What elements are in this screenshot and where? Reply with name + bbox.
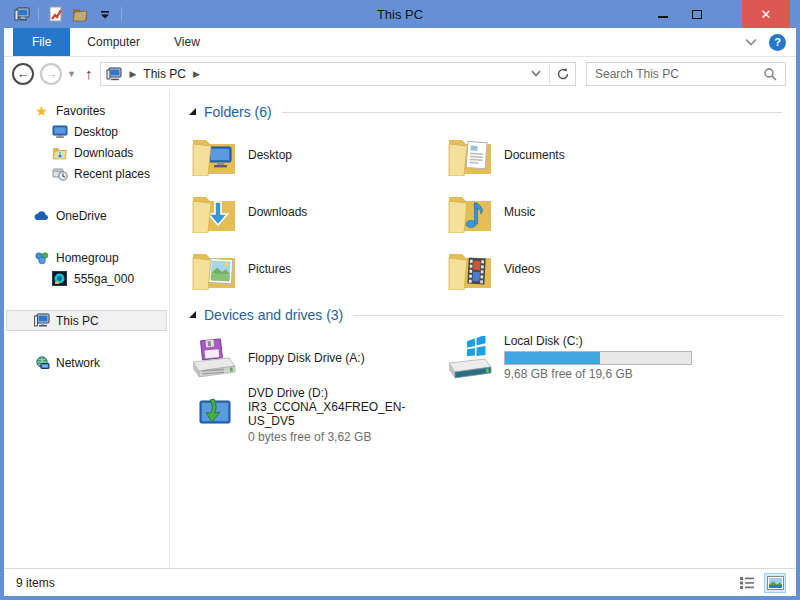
sidebar-item-downloads[interactable]: Downloads (4, 142, 169, 163)
sidebar-item-network[interactable]: Network (4, 352, 169, 373)
dvd-volume-label: IR3_CCONA_X64FREO_EN-US_DV5 (248, 400, 439, 428)
folder-download-icon (51, 146, 68, 160)
customize-quick-access-icon[interactable] (96, 5, 114, 23)
status-bar: 9 items (4, 568, 796, 596)
maximize-button[interactable] (680, 0, 714, 28)
large-icons-view-icon[interactable] (764, 573, 786, 593)
tile-music[interactable]: Music (445, 183, 701, 240)
tile-pictures[interactable]: Pictures (189, 240, 445, 297)
recent-locations-chevron-icon[interactable]: ▼ (67, 69, 76, 79)
tile-local-disk-c[interactable]: Local Disk (C:) 9,68 GB free of 19,6 GB (445, 329, 701, 386)
computer-icon[interactable] (13, 5, 31, 23)
network-icon (33, 356, 50, 370)
tile-videos[interactable]: Videos (445, 240, 701, 297)
folder-videos-icon (445, 248, 495, 290)
breadcrumb-arrow-icon[interactable]: ▶ (129, 69, 136, 79)
toolbar-separator (121, 7, 122, 21)
group-title: Devices and drives (3) (204, 307, 343, 323)
collapse-triangle-icon[interactable] (189, 311, 196, 318)
user-avatar-icon (51, 271, 68, 286)
toolbar-separator (38, 7, 39, 21)
monitor-icon (51, 125, 68, 138)
disk-free-space: 9,68 GB free of 19,6 GB (504, 367, 692, 381)
breadcrumb-this-pc[interactable]: This PC (143, 67, 186, 81)
explorer-window: This PC ✕ File Computer View ? ← → ▼ ↑ (0, 0, 800, 600)
refresh-icon[interactable] (549, 63, 575, 85)
back-button[interactable]: ← (12, 63, 34, 85)
sidebar-item-onedrive[interactable]: OneDrive (4, 205, 169, 226)
sidebar-item-user[interactable]: 555ga_000 (4, 268, 169, 289)
group-header-folders[interactable]: Folders (6) (189, 104, 782, 120)
address-bar[interactable]: ▶ This PC ▶ (100, 62, 576, 86)
help-icon[interactable]: ? (769, 34, 786, 51)
floppy-drive-icon (189, 336, 239, 380)
computer-icon (33, 313, 50, 328)
disk-usage-fill (505, 352, 600, 364)
sidebar-item-desktop[interactable]: Desktop (4, 121, 169, 142)
chevron-down-icon[interactable] (745, 38, 757, 46)
cloud-icon (33, 210, 50, 222)
folder-music-icon (445, 191, 495, 233)
tile-dvd-drive[interactable]: DVD Drive (D:) IR3_CCONA_X64FREO_EN-US_D… (189, 386, 445, 444)
hard-drive-icon (445, 336, 495, 380)
sidebar-item-favorites[interactable]: ★ Favorites (4, 100, 169, 121)
tab-view[interactable]: View (157, 28, 217, 56)
tab-computer[interactable]: Computer (70, 28, 157, 56)
recent-places-icon (51, 167, 68, 181)
folder-pictures-icon (189, 248, 239, 290)
group-header-devices[interactable]: Devices and drives (3) (189, 307, 782, 323)
title-bar: This PC ✕ (4, 0, 796, 28)
forward-button[interactable]: → (40, 63, 62, 85)
folders-grid: Desktop Documents Downloads (189, 126, 782, 297)
search-box[interactable]: Search This PC (586, 62, 786, 86)
group-title: Folders (6) (204, 104, 272, 120)
folder-desktop-icon (189, 134, 239, 176)
dvd-drive-icon (189, 393, 239, 437)
folder-documents-icon (445, 134, 495, 176)
navigation-pane: ★ Favorites Desktop Downloads Recent pl (4, 90, 170, 568)
minimize-button[interactable] (646, 0, 680, 28)
folder-downloads-icon (189, 191, 239, 233)
address-computer-icon (106, 67, 122, 81)
group-divider (282, 112, 782, 113)
file-list-area: Folders (6) Desktop Documents (170, 90, 796, 568)
sidebar-item-this-pc[interactable]: This PC (6, 310, 167, 331)
up-button[interactable]: ↑ (85, 65, 93, 82)
dvd-free-space: 0 bytes free of 3,62 GB (248, 430, 439, 444)
tile-floppy-drive[interactable]: Floppy Disk Drive (A:) (189, 329, 445, 386)
homegroup-icon (33, 251, 50, 265)
tile-desktop[interactable]: Desktop (189, 126, 445, 183)
tile-documents[interactable]: Documents (445, 126, 701, 183)
group-divider (353, 315, 782, 316)
ribbon-tab-bar: File Computer View ? (4, 28, 796, 57)
window-controls: ✕ (646, 0, 796, 28)
search-input[interactable]: Search This PC (595, 67, 763, 81)
properties-icon[interactable] (46, 5, 64, 23)
tab-file[interactable]: File (13, 28, 70, 56)
star-icon: ★ (33, 104, 50, 118)
sidebar-item-homegroup[interactable]: Homegroup (4, 247, 169, 268)
items-count: 9 items (16, 576, 55, 590)
new-folder-icon[interactable] (71, 5, 89, 23)
navigation-bar: ← → ▼ ↑ ▶ This PC ▶ Search This PC (4, 57, 796, 90)
sidebar-item-recent-places[interactable]: Recent places (4, 163, 169, 184)
address-dropdown-chevron-icon[interactable] (523, 63, 549, 85)
breadcrumb-arrow-icon[interactable]: ▶ (193, 69, 200, 79)
quick-access-toolbar (13, 5, 122, 23)
collapse-triangle-icon[interactable] (189, 108, 196, 115)
details-view-icon[interactable] (736, 573, 758, 593)
close-button[interactable]: ✕ (742, 0, 790, 28)
tile-downloads[interactable]: Downloads (189, 183, 445, 240)
search-icon[interactable] (763, 67, 777, 81)
disk-usage-bar (504, 351, 692, 365)
devices-grid: Floppy Disk Drive (A:) Local Disk (C:) 9… (189, 329, 782, 444)
